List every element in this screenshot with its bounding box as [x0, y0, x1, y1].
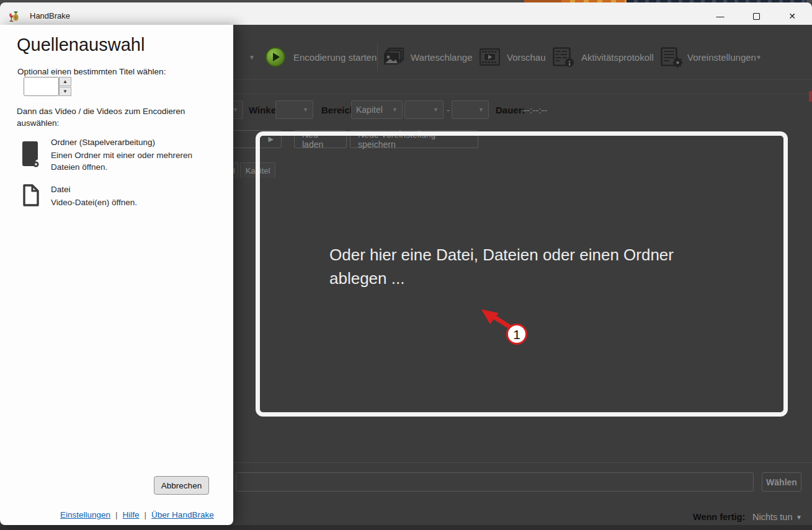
folder-batch-icon: [22, 141, 40, 171]
folder-option-title: Ordner (Stapelverarbeitung): [51, 138, 155, 147]
when-done-chevron-icon[interactable]: ▼: [796, 514, 802, 521]
about-link[interactable]: Über HandBrake: [151, 510, 214, 519]
minimize-button[interactable]: —: [706, 6, 734, 26]
preview-button[interactable]: Vorschau: [507, 52, 546, 63]
angle-dropdown[interactable]: ▼: [275, 100, 313, 119]
settings-link[interactable]: Einstellungen: [60, 510, 110, 519]
source-selection-panel: Quellenauswahl Optional einen bestimmten…: [0, 25, 233, 525]
annotation-number: 1: [513, 327, 520, 342]
choose-video-label: Dann das Video / die Videos zum Encodier…: [17, 105, 197, 129]
maximize-button[interactable]: [742, 6, 770, 26]
range-separator: -: [447, 105, 450, 115]
folder-option-description: Einen Ordner mit einer oder mehreren Dat…: [51, 149, 194, 173]
choose-destination-button[interactable]: Wählen: [762, 472, 801, 492]
activity-log-icon[interactable]: [553, 47, 575, 70]
queue-icon[interactable]: [383, 47, 406, 69]
start-encode-button[interactable]: Encodierung starten: [293, 52, 377, 63]
presets-button[interactable]: Voreinstellungen: [687, 52, 756, 63]
range-type-dropdown[interactable]: Kapitel▼: [351, 100, 403, 119]
file-drop-zone[interactable]: Oder hier eine Datei, Dateien oder einen…: [256, 131, 788, 417]
open-source-chevron-icon[interactable]: ▼: [249, 54, 255, 61]
file-option-title: Datei: [51, 185, 71, 194]
presets-icon[interactable]: [661, 47, 683, 70]
duration-label: Dauer:: [496, 105, 525, 115]
range-start-dropdown[interactable]: ▼: [404, 100, 444, 119]
presets-chevron-icon[interactable]: ▼: [756, 54, 762, 61]
when-done-label: Wenn fertig:: [693, 512, 745, 522]
open-folder-option[interactable]: Ordner (Stapelverarbeitung) Einen Ordner…: [0, 136, 233, 180]
cancel-button[interactable]: Abbrechen: [154, 476, 209, 495]
content-bottom-divider: [233, 462, 812, 463]
when-done-dropdown[interactable]: Nichts tun: [752, 512, 792, 522]
panel-title: Quellenauswahl: [17, 35, 145, 55]
range-end-dropdown[interactable]: ▼: [452, 100, 489, 119]
start-encode-icon[interactable]: [265, 47, 285, 67]
preview-icon[interactable]: [480, 48, 500, 68]
panel-footer-links: Einstellungen | Hilfe | Über HandBrake: [60, 510, 214, 519]
link-separator: |: [145, 510, 147, 519]
help-link[interactable]: Hilfe: [123, 510, 140, 519]
window-title: HandBrake: [30, 11, 70, 20]
window-bottom-strip: [0, 525, 812, 530]
title-number-input[interactable]: [24, 77, 59, 96]
drop-zone-text: Oder hier eine Datei, Dateien oder einen…: [329, 243, 714, 290]
toolbar-separator: [377, 43, 378, 71]
file-icon: [23, 184, 39, 209]
annotation-arrow-1: 1: [476, 305, 538, 355]
optional-title-label: Optional einen bestimmten Titel wählen:: [17, 66, 166, 77]
queue-button[interactable]: Warteschlange: [411, 52, 473, 63]
close-button[interactable]: ✕: [778, 6, 806, 26]
open-file-option[interactable]: Datei Video-Datei(en) öffnen.: [0, 183, 233, 214]
source-group-divider: [233, 94, 812, 94]
file-option-description: Video-Datei(en) öffnen.: [51, 197, 200, 208]
titlebar: HandBrake — ✕: [0, 2, 812, 25]
background-artifact: [809, 91, 812, 102]
duration-value: --:--:--: [524, 105, 547, 115]
title-spin-up-button[interactable]: ▲: [59, 77, 71, 86]
title-spin-down-button[interactable]: ▼: [59, 87, 71, 96]
destination-path-input[interactable]: [236, 472, 754, 492]
link-separator: |: [115, 510, 118, 519]
handbrake-app-icon: [8, 11, 20, 22]
activity-log-button[interactable]: Aktivitätsprotokoll: [581, 52, 654, 63]
